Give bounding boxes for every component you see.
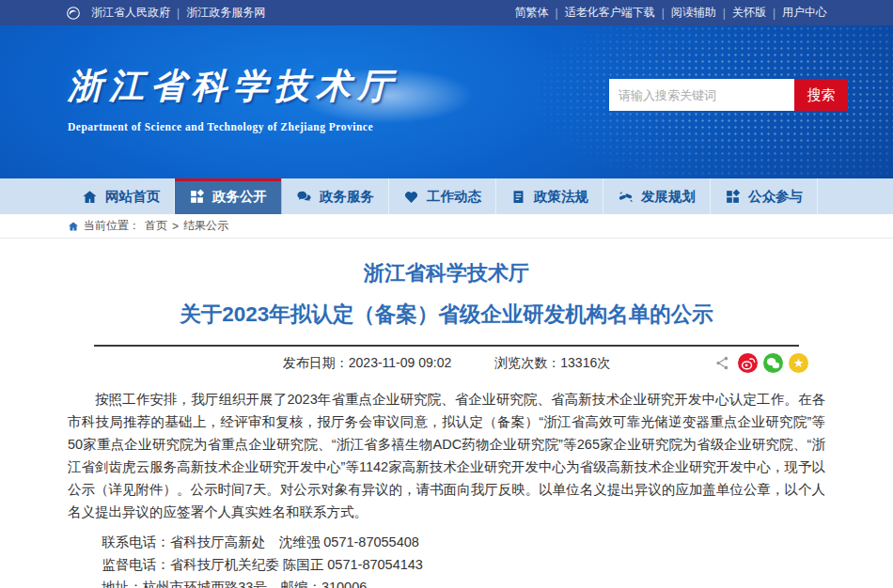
share-icon[interactable] [713,353,732,373]
link-reading-aid[interactable]: 阅读辅助 [671,5,716,21]
search-button[interactable]: 搜索 [794,79,848,111]
article-title-line1: 浙江省科学技术厅 [68,263,825,284]
nav-item-public-participation[interactable]: 公众参与 [711,178,818,214]
view-count: 浏览次数：13316次 [494,355,610,372]
nav-item-work-updates[interactable]: 工作动态 [389,178,496,214]
article-title-line2: 关于2023年拟认定（备案）省级企业研发机构名单的公示 [68,304,825,326]
site-title-cn: 浙江省科学技术厅 [68,63,399,110]
nav-item-policies[interactable]: 政策法规 [496,178,603,214]
link-user-center[interactable]: 用户中心 [782,5,827,21]
link-simplified-traditional[interactable]: 简繁体 [515,5,549,21]
handshake-icon [618,189,634,205]
breadcrumb-current: 结果公示 [183,218,228,234]
search-input[interactable] [609,79,794,111]
home-icon [68,221,79,232]
document-icon [510,189,526,205]
nav-item-home[interactable]: 网站首页 [68,178,175,214]
top-utility-bar: 浙江省人民政府 | 浙江政务服务网 简繁体 | 适老化客户端下载 | 阅读辅助 … [0,0,893,25]
article-paragraph: 按照工作安排，我厅组织开展了2023年省重点企业研究院、省企业研究院、省高新技术… [68,388,825,523]
publish-date: 发布日期：2023-11-09 09:02 [283,355,452,372]
site-banner: 浙江省科学技术厅 Department of Science and Techn… [0,25,893,178]
breadcrumb: 当前位置： 首页 > 结果公示 [0,214,893,239]
article: 浙江省科学技术厅 关于2023年拟认定（备案）省级企业研发机构名单的公示 发布日… [68,239,825,588]
wechat-icon[interactable] [763,353,783,373]
site-logo: 浙江省科学技术厅 Department of Science and Techn… [68,63,399,132]
chat-icon [296,189,312,205]
link-provincial-government[interactable]: 浙江省人民政府 [91,5,170,21]
grid-icon [189,189,205,205]
home-icon [82,189,98,205]
nav-item-development-plans[interactable]: 发展规划 [603,178,711,214]
separator: | [177,7,180,20]
breadcrumb-separator: > [172,220,179,233]
breadcrumb-home-link[interactable]: 首页 [145,218,167,234]
weibo-icon[interactable] [738,353,758,373]
article-meta: 发布日期：2023-11-09 09:02 浏览次数：13316次 [68,347,825,380]
nav-item-gov-services[interactable]: 政务服务 [282,178,389,214]
address-line: 地址：杭州市环城西路33号 邮编：310006 [102,576,825,588]
site-search: 搜索 [609,79,848,111]
qzone-icon[interactable]: ★ [789,353,808,373]
share-buttons: ★ [713,353,808,373]
main-nav: 网站首页 政务公开 政务服务 工作动态 政策法规 发展规划 [0,178,893,214]
topbar-right-links: 简繁体 | 适老化客户端下载 | 阅读辅助 | 关怀版 | 用户中心 [515,5,828,21]
heart-icon [403,189,419,205]
nav-item-gov-disclosure[interactable]: 政务公开 [175,178,282,214]
grid-icon [725,189,741,205]
government-emblem-icon [66,6,81,21]
contact-phone: 联系电话：省科技厅高新处 沈维强 0571-87055408 [102,531,825,553]
supervision-phone: 监督电话：省科技厅机关纪委 陈国正 0571-87054143 [102,553,825,576]
contact-block: 联系电话：省科技厅高新处 沈维强 0571-87055408 监督电话：省科技厅… [68,531,825,588]
link-care-version[interactable]: 关怀版 [732,5,766,21]
breadcrumb-prefix: 当前位置： [84,218,140,234]
link-zhejiang-service-site[interactable]: 浙江政务服务网 [186,5,265,21]
site-title-en: Department of Science and Technology of … [68,121,399,132]
link-elderly-client-download[interactable]: 适老化客户端下载 [565,5,655,21]
topbar-left-links: 浙江省人民政府 | 浙江政务服务网 [66,5,265,21]
